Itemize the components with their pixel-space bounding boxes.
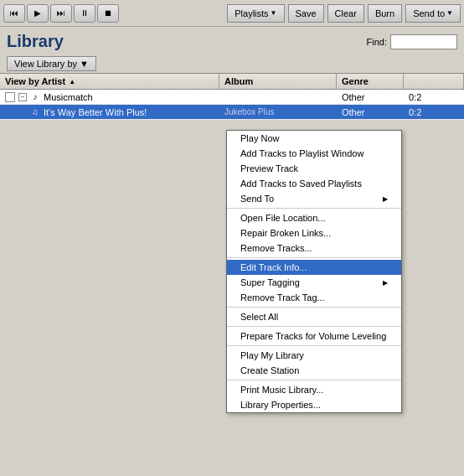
menu-item-label: Open File Location... [240,213,326,223]
menu-separator [227,208,401,209]
pause-button[interactable]: ⏸ [74,4,95,23]
view-by-dropdown-icon: ▼ [80,59,89,69]
playlists-dropdown-icon: ▼ [271,9,277,17]
toolbar: ⏮ ▶ ⏭ ⏸ ⏹ Playlists ▼ Save Clear Burn Se… [0,0,464,27]
expand-icon[interactable]: − [18,93,27,101]
column-header-time[interactable] [404,74,464,89]
menu-item-print-music-library[interactable]: Print Music Library... [227,382,401,397]
menu-item-label: Add Tracks to Playlist Window [240,148,363,158]
menu-item-label: Library Properties... [240,400,321,410]
menu-item-play-now[interactable]: Play Now [227,131,401,146]
menu-item-open-file-location[interactable]: Open File Location... [227,210,401,225]
send-to-label: Send to [413,8,445,18]
menu-item-label: Prepare Tracks for Volume Leveling [240,331,386,341]
context-menu: Play Now Add Tracks to Playlist Window P… [226,130,402,413]
track-name: It's Way Better With Plus! [44,107,147,117]
next-button[interactable]: ⏭ [50,4,72,23]
menu-item-label: Remove Track Tag... [240,292,325,303]
track-icon: ♫ [30,107,40,117]
menu-item-preview-track[interactable]: Preview Track [227,161,401,176]
sort-icon: ▲ [69,78,75,85]
menu-item-prepare-volume-leveling[interactable]: Prepare Tracks for Volume Leveling [227,329,401,344]
artist-icon: ♪ [30,92,40,102]
menu-item-send-to[interactable]: Send To ▶ [227,191,401,206]
view-by-bar: View Library by ▼ [0,54,464,73]
clear-button[interactable]: Clear [327,4,364,23]
menu-separator [227,380,401,380]
cell-genre: Other [337,107,404,117]
send-to-dropdown-icon: ▼ [446,9,453,17]
stop-button[interactable]: ⏹ [97,4,119,23]
menu-item-remove-track-tag[interactable]: Remove Track Tag... [227,290,401,305]
prev-button[interactable]: ⏮ [3,4,25,23]
menu-item-remove-tracks[interactable]: Remove Tracks... [227,241,401,256]
cell-time: 0:2 [404,107,464,117]
column-header-album[interactable]: Album [219,74,337,89]
table-header: View by Artist ▲ Album Genre [0,73,464,90]
find-input[interactable] [390,34,457,49]
menu-item-label: Play Now [240,133,279,143]
library-title: Library [7,32,64,51]
toolbar-actions: Playlists ▼ Save Clear Burn Send to ▼ [227,4,461,23]
playlists-label: Playlists [235,8,268,18]
menu-item-label: Edit Track Info... [240,262,307,272]
menu-item-label: Create Station [240,365,299,375]
menu-item-label: Preview Track [240,163,298,173]
cell-album: Jukebox Plus [219,107,337,116]
menu-item-create-station[interactable]: Create Station [227,363,401,378]
column-genre-label: Genre [342,76,369,86]
menu-item-label: Select All [240,312,278,322]
library-header: Library Find: [0,27,464,54]
menu-item-edit-track-info[interactable]: Edit Track Info... [227,260,401,275]
menu-item-library-properties[interactable]: Library Properties... [227,397,401,412]
menu-item-label: Send To [240,194,274,204]
menu-item-label: Super Tagging [240,277,300,287]
menu-separator [227,257,401,258]
cell-genre: Other [337,92,404,102]
column-artist-label: View by Artist [5,76,65,86]
menu-item-add-to-saved-playlists[interactable]: Add Tracks to Saved Playlists [227,176,401,191]
library-table: View by Artist ▲ Album Genre − ♪ Musicma… [0,73,464,120]
cell-artist: − ♪ Musicmatch [0,92,219,102]
menu-item-label: Print Music Library... [240,385,323,395]
menu-item-play-my-library[interactable]: Play My Library [227,348,401,363]
table-row[interactable]: − ♪ Musicmatch Other 0:2 [0,90,464,105]
column-header-genre[interactable]: Genre [337,74,404,89]
find-area: Find: [367,34,457,49]
menu-item-super-tagging[interactable]: Super Tagging ▶ [227,275,401,290]
row-checkbox[interactable] [5,92,15,102]
transport-controls: ⏮ ▶ ⏭ ⏸ ⏹ [3,4,119,23]
menu-separator [227,345,401,346]
cell-artist: ♫ It's Way Better With Plus! [0,107,219,117]
submenu-arrow-icon: ▶ [383,195,388,203]
menu-item-label: Play My Library [240,350,304,360]
menu-item-repair-broken-links[interactable]: Repair Broken Links... [227,225,401,241]
menu-item-add-to-playlist-window[interactable]: Add Tracks to Playlist Window [227,146,401,161]
view-by-button[interactable]: View Library by ▼ [7,56,96,71]
menu-separator [227,307,401,308]
menu-item-label: Add Tracks to Saved Playlists [240,178,362,189]
column-album-label: Album [224,76,253,86]
column-header-artist[interactable]: View by Artist ▲ [0,74,219,89]
playlists-button[interactable]: Playlists ▼ [227,4,284,23]
submenu-arrow-icon: ▶ [383,279,388,287]
artist-name: Musicmatch [44,92,93,102]
burn-button[interactable]: Burn [368,4,402,23]
menu-item-label: Remove Tracks... [240,243,312,253]
menu-item-select-all[interactable]: Select All [227,309,401,324]
find-label: Find: [367,37,387,47]
view-by-label: View Library by [14,59,77,69]
send-to-button[interactable]: Send to ▼ [405,4,461,23]
play-button[interactable]: ▶ [27,4,49,23]
table-row[interactable]: ♫ It's Way Better With Plus! Jukebox Plu… [0,105,464,120]
menu-item-label: Repair Broken Links... [240,228,331,238]
cell-time: 0:2 [404,92,464,102]
save-button[interactable]: Save [288,4,324,23]
menu-separator [227,326,401,327]
